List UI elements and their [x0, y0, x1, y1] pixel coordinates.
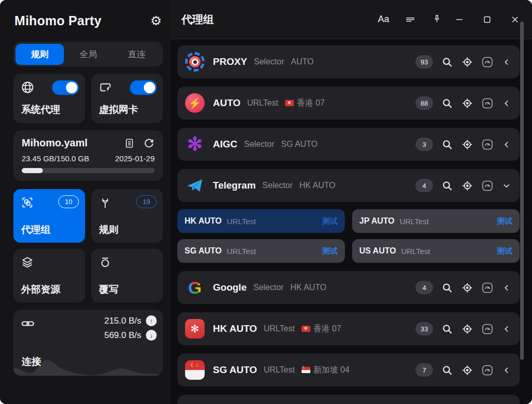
- tun-label: 虚拟网卡: [99, 103, 138, 116]
- proxy-groups-label: 代理组: [21, 223, 51, 237]
- locate-icon[interactable]: [461, 180, 473, 192]
- group-type: URLTest: [247, 98, 278, 108]
- sidebar-item-proxy-groups[interactable]: 10 代理组: [13, 189, 85, 243]
- sidebar-item-connections[interactable]: 215.0 B/s ↑ 569.0 B/s ↓ 连接: [13, 310, 163, 376]
- maximize-button[interactable]: [484, 16, 491, 23]
- upload-arrow-icon: ↑: [146, 315, 157, 326]
- download-speed: 569.0 B/s: [104, 330, 141, 341]
- chevron-left-icon[interactable]: [502, 57, 511, 67]
- system-proxy-toggle[interactable]: [52, 80, 79, 95]
- sidebar-item-resources[interactable]: 外部资源: [13, 249, 85, 302]
- speedtest-icon[interactable]: [481, 56, 493, 68]
- sidebar-item-rules[interactable]: 19 规则: [91, 189, 163, 243]
- group-name: AIGC: [213, 139, 238, 150]
- tab-global-mode[interactable]: 全局: [64, 44, 112, 65]
- proxy-group-row[interactable]: ☾∴ SG AUTO URLTest 新加坡 04 7: [177, 354, 520, 386]
- chevron-left-icon[interactable]: [502, 98, 511, 108]
- group-type: Selector: [262, 181, 293, 190]
- scrollbar[interactable]: [520, 22, 524, 360]
- node-count-badge: 93: [415, 55, 433, 69]
- node-item-jp-auto[interactable]: JP AUTO URLTest 测试: [352, 209, 520, 233]
- speedtest-icon[interactable]: [481, 323, 493, 335]
- test-link[interactable]: 测试: [322, 216, 338, 226]
- group-name: PROXY: [213, 56, 247, 68]
- chevron-left-icon[interactable]: [502, 140, 511, 149]
- speedtest-icon[interactable]: [481, 364, 493, 376]
- upload-speed: 215.0 B/s: [104, 316, 141, 326]
- locate-icon[interactable]: [461, 364, 473, 376]
- hk-flag-logo-icon: ✻: [185, 318, 205, 339]
- speedtest-icon[interactable]: [481, 139, 493, 150]
- locate-icon[interactable]: [461, 282, 473, 294]
- speedtest-icon[interactable]: [481, 282, 493, 294]
- settings-gear-icon[interactable]: ⚙: [151, 14, 162, 27]
- tab-rule-mode[interactable]: 规则: [15, 44, 64, 65]
- system-proxy-label: 系统代理: [21, 103, 60, 116]
- locate-icon[interactable]: [461, 56, 473, 68]
- tun-toggle[interactable]: [130, 80, 157, 95]
- speedtest-icon[interactable]: [481, 97, 493, 109]
- group-current-node: AUTO: [291, 57, 313, 66]
- profile-date: 2025-01-29: [115, 154, 155, 163]
- profile-refresh-icon[interactable]: [143, 138, 155, 149]
- profile-card[interactable]: Mihomo.yaml: [13, 130, 163, 181]
- proxy-group-row[interactable]: G Google Selector HK AUTO 4: [177, 271, 520, 304]
- aigc-logo-icon: ✻: [185, 134, 205, 155]
- test-link[interactable]: 测试: [497, 216, 512, 226]
- hk-flag-icon: ✻: [302, 326, 310, 332]
- override-icon: [98, 256, 156, 269]
- chevron-down-icon[interactable]: [502, 181, 511, 191]
- search-icon[interactable]: [441, 282, 453, 294]
- profile-name: Mihomo.yaml: [22, 137, 124, 149]
- group-current-node: 新加坡 04: [302, 365, 350, 376]
- proxy-group-row[interactable]: ✻ HK AUTO URLTest ✻ 香港 07 33: [177, 312, 520, 345]
- search-icon[interactable]: [441, 56, 453, 68]
- group-current-node: SG AUTO: [281, 140, 318, 149]
- hk-flag-icon: ✻: [285, 100, 294, 106]
- node-item-us-auto[interactable]: US AUTO URLTest 测试: [352, 239, 520, 263]
- search-icon[interactable]: [441, 323, 453, 335]
- sg-flag-logo-icon: ☾∴: [185, 360, 205, 380]
- sort-icon[interactable]: [405, 14, 416, 25]
- proxy-logo-icon: [185, 52, 205, 72]
- chevron-left-icon[interactable]: [502, 283, 511, 293]
- profile-edit-icon[interactable]: [124, 138, 135, 149]
- search-icon[interactable]: [441, 364, 453, 376]
- search-icon[interactable]: [441, 180, 453, 192]
- page-title: 代理组: [181, 12, 378, 27]
- test-link[interactable]: 测试: [497, 246, 512, 256]
- minimize-button[interactable]: [456, 16, 463, 23]
- locate-icon[interactable]: [461, 323, 473, 335]
- auto-logo-icon: ⚡: [185, 93, 205, 113]
- node-count-badge: 3: [415, 138, 433, 151]
- proxy-group-row[interactable]: PROXY Selector AUTO 93: [177, 45, 520, 78]
- profile-progress-bar: [22, 168, 155, 173]
- node-count-badge: 4: [415, 281, 433, 294]
- test-link[interactable]: 测试: [322, 246, 338, 256]
- proxy-group-row[interactable]: ⚡ AUTO URLTest ✻ 香港 07 88: [177, 87, 520, 120]
- proxy-group-row-expanded[interactable]: Telegram Selector HK AUTO 4: [177, 169, 520, 202]
- system-proxy-card[interactable]: 系统代理: [13, 74, 85, 123]
- tab-direct-mode[interactable]: 直连: [112, 44, 161, 65]
- pin-icon[interactable]: [431, 14, 442, 25]
- group-type: URLTest: [264, 365, 295, 375]
- proxy-group-row-partial[interactable]: [177, 395, 520, 404]
- group-current-node: ✻ 香港 07: [285, 98, 325, 109]
- locate-icon[interactable]: [461, 97, 473, 109]
- chevron-left-icon[interactable]: [502, 365, 511, 375]
- sidebar-item-override[interactable]: 覆写: [91, 249, 163, 302]
- node-item-hk-auto[interactable]: HK AUTO URLTest 测试: [177, 209, 345, 233]
- speedtest-icon[interactable]: [481, 180, 493, 192]
- tun-card[interactable]: 虚拟网卡: [91, 74, 163, 123]
- node-count-badge: 4: [415, 179, 433, 192]
- node-item-sg-auto[interactable]: SG AUTO URLTest 测试: [177, 239, 345, 263]
- close-button[interactable]: [511, 16, 519, 23]
- chevron-left-icon[interactable]: [502, 324, 511, 334]
- proxy-group-row[interactable]: ✻ AIGC Selector SG AUTO 3: [177, 128, 520, 161]
- proxy-group-list: PROXY Selector AUTO 93 ⚡ AUTO URLTest: [170, 39, 532, 404]
- group-name: HK AUTO: [213, 323, 257, 334]
- font-size-button[interactable]: Aa: [378, 14, 389, 25]
- search-icon[interactable]: [441, 139, 453, 150]
- locate-icon[interactable]: [461, 139, 473, 150]
- search-icon[interactable]: [441, 97, 453, 109]
